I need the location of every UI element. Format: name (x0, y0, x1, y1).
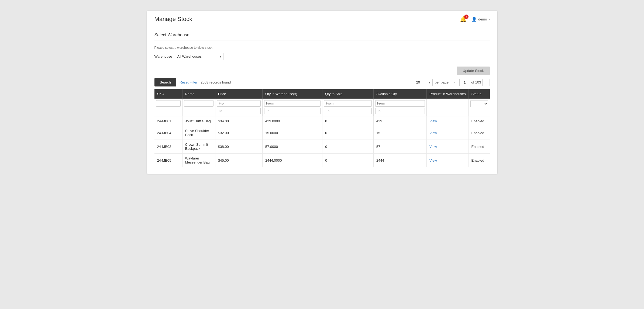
warehouse-select[interactable]: All Warehouses Warehouse 1 Warehouse 2 (175, 53, 223, 60)
cell-price: $32.00 (215, 126, 262, 140)
pagination-nav: ‹ of 103 › (451, 79, 490, 86)
qty-warehouse-from-input[interactable] (264, 100, 321, 107)
total-pages: 103 (475, 80, 481, 84)
cell-sku: 24-MB04 (154, 126, 182, 140)
col-sku: SKU (154, 89, 182, 99)
reset-filter-link[interactable]: Reset Filter (180, 80, 197, 84)
update-stock-button[interactable]: Update Stock (457, 67, 490, 75)
cell-price: $45.00 (215, 154, 262, 167)
cell-view-link[interactable]: View (426, 126, 469, 140)
cell-available-qty: 15 (373, 126, 426, 140)
cell-qty-warehouse: 429.0000 (262, 116, 322, 126)
price-from-input[interactable] (217, 100, 261, 107)
view-link[interactable]: View (429, 145, 437, 149)
cell-name: Joust Duffle Bag (182, 116, 215, 126)
cell-qty-ship: 0 (322, 116, 374, 126)
notification-bell[interactable]: 🔔 4 (460, 16, 467, 22)
col-qty-ship: Qty to Ship (322, 89, 374, 99)
next-page-button[interactable]: › (482, 79, 490, 86)
cell-name: Strive Shoulder Pack (182, 126, 215, 140)
cell-qty-ship: 0 (322, 140, 374, 154)
cell-price: $38.00 (215, 140, 262, 154)
cell-status: Enabled (469, 126, 490, 140)
warehouse-select-area: Please select a warehouse to view stock … (154, 46, 490, 60)
cell-qty-warehouse: 57.0000 (262, 140, 322, 154)
view-link[interactable]: View (429, 119, 437, 123)
user-menu[interactable]: 👤 demo ▾ (471, 17, 490, 22)
status-filter-select[interactable]: Enabled Disabled (470, 100, 488, 107)
cell-sku: 24-MB05 (154, 154, 182, 167)
cell-available-qty: 429 (373, 116, 426, 126)
table-row: 24-MB04 Strive Shoulder Pack $32.00 15.0… (154, 126, 490, 140)
filter-sku (154, 99, 182, 116)
cell-available-qty: 57 (373, 140, 426, 154)
notification-badge: 4 (464, 15, 469, 19)
table-row: 24-MB03 Crown Summit Backpack $38.00 57.… (154, 140, 490, 154)
col-price: Price (215, 89, 262, 99)
warehouse-label: Warehouse (154, 54, 172, 58)
main-card: Manage Stock 🔔 4 👤 demo ▾ Select Warehou… (147, 11, 497, 174)
sku-filter-input[interactable] (156, 100, 181, 107)
qty-ship-from-input[interactable] (324, 100, 372, 107)
cell-name: Wayfarer Messenger Bag (182, 154, 215, 167)
cell-price: $34.00 (215, 116, 262, 126)
warehouse-row: Warehouse All Warehouses Warehouse 1 War… (154, 53, 490, 60)
search-button[interactable]: Search (154, 78, 176, 86)
page-number-input[interactable] (459, 79, 470, 86)
col-available-qty: Available Qty (373, 89, 426, 99)
cell-qty-warehouse: 15.0000 (262, 126, 322, 140)
available-qty-from-input[interactable] (375, 100, 425, 107)
cell-sku: 24-MB03 (154, 140, 182, 154)
table-header-row: SKU Name Price Qty in Warehouse(s) Qty t… (154, 89, 490, 99)
top-bar-right: 🔔 4 👤 demo ▾ (460, 16, 490, 22)
warehouse-select-wrapper: All Warehouses Warehouse 1 Warehouse 2 ▾ (175, 53, 223, 60)
view-link[interactable]: View (429, 158, 437, 162)
cell-status: Enabled (469, 116, 490, 126)
filter-qty-warehouse (262, 99, 322, 116)
records-count: 2053 records found (201, 80, 231, 84)
price-to-input[interactable] (217, 108, 261, 114)
view-link[interactable]: View (429, 131, 437, 135)
user-dropdown-arrow: ▾ (488, 18, 490, 21)
search-bar: Search Reset Filter 2053 records found 2… (154, 78, 490, 86)
filter-product-warehouses (426, 99, 469, 116)
cell-view-link[interactable]: View (426, 116, 469, 126)
table-row: 24-MB05 Wayfarer Messenger Bag $45.00 24… (154, 154, 490, 167)
cell-name: Crown Summit Backpack (182, 140, 215, 154)
col-qty-warehouse: Qty in Warehouse(s) (262, 89, 322, 99)
cell-qty-ship: 0 (322, 126, 374, 140)
search-bar-right: 20 50 100 ▾ per page ‹ of 103 › (414, 79, 490, 86)
filter-qty-ship (322, 99, 374, 116)
col-status: Status (469, 89, 490, 99)
cell-view-link[interactable]: View (426, 154, 469, 167)
qty-warehouse-to-input[interactable] (264, 108, 321, 114)
page-title: Manage Stock (154, 16, 192, 23)
table-row: 24-MB01 Joust Duffle Bag $34.00 429.0000… (154, 116, 490, 126)
name-filter-input[interactable] (184, 100, 213, 107)
table-body: 24-MB01 Joust Duffle Bag $34.00 429.0000… (154, 116, 490, 167)
col-name: Name (182, 89, 215, 99)
table-filter-row: Enabled Disabled (154, 99, 490, 116)
cell-view-link[interactable]: View (426, 140, 469, 154)
help-text: Please select a warehouse to view stock (154, 46, 490, 50)
filter-price (215, 99, 262, 116)
top-bar: Manage Stock 🔔 4 👤 demo ▾ (147, 11, 497, 26)
stock-table: SKU Name Price Qty in Warehouse(s) Qty t… (154, 89, 490, 167)
cell-qty-warehouse: 2444.0000 (262, 154, 322, 167)
cell-status: Enabled (469, 140, 490, 154)
section-title: Select Warehouse (154, 33, 490, 40)
per-page-select[interactable]: 20 50 100 (414, 79, 433, 86)
available-qty-to-input[interactable] (375, 108, 425, 114)
per-page-select-wrapper: 20 50 100 ▾ (414, 79, 433, 86)
user-label: demo (478, 17, 487, 21)
prev-page-button[interactable]: ‹ (451, 79, 458, 86)
per-page-label: per page (435, 80, 449, 84)
toolbar: Update Stock (154, 67, 490, 75)
cell-qty-ship: 0 (322, 154, 374, 167)
filter-status: Enabled Disabled (469, 99, 490, 116)
qty-ship-to-input[interactable] (324, 108, 372, 114)
col-product-warehouses: Product in Warehouses (426, 89, 469, 99)
cell-status: Enabled (469, 154, 490, 167)
cell-sku: 24-MB01 (154, 116, 182, 126)
content-area: Select Warehouse Please select a warehou… (147, 26, 497, 174)
